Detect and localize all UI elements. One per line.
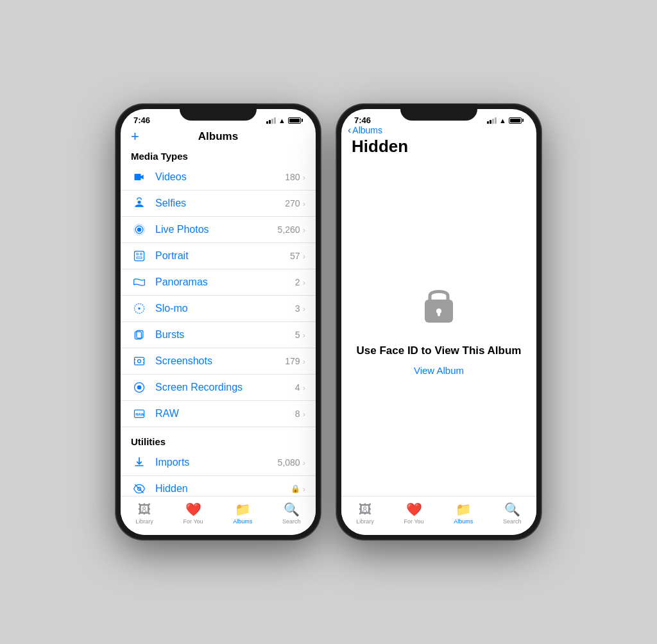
status-icons-left: ▲ xyxy=(266,117,303,124)
notch xyxy=(180,104,257,121)
svg-point-0 xyxy=(138,201,141,204)
item-label: Screenshots xyxy=(155,355,285,367)
list-item[interactable]: Panoramas 2 › xyxy=(121,269,316,296)
portrait-icon xyxy=(131,250,148,262)
item-count: 4 xyxy=(295,382,300,393)
item-label: Portrait xyxy=(155,250,290,262)
chevron-icon: › xyxy=(303,330,305,340)
list-item[interactable]: Imports 5,080 › xyxy=(121,450,316,476)
nav-bar-left: + Albums xyxy=(121,128,316,147)
list-item[interactable]: Hidden 🔒 › xyxy=(121,476,316,496)
tab-search[interactable]: 🔍 Search xyxy=(503,502,522,525)
svg-point-12 xyxy=(137,386,142,390)
svg-point-1 xyxy=(137,228,142,232)
selfie-icon xyxy=(131,197,148,210)
hidden-icon xyxy=(131,482,148,495)
tab-label: Search xyxy=(503,518,522,525)
foryou-tab-icon: ❤️ xyxy=(185,502,201,517)
list-item[interactable]: Selfies 270 › xyxy=(121,191,316,217)
tab-label: Library xyxy=(135,518,153,525)
item-label: Hidden xyxy=(155,483,291,495)
notch xyxy=(400,104,477,121)
chevron-icon: › xyxy=(303,251,305,261)
item-label: Live Photos xyxy=(155,224,278,235)
list-item[interactable]: Slo-mo 3 › xyxy=(121,296,316,322)
live-photos-icon xyxy=(131,223,148,236)
item-label: Videos xyxy=(155,171,285,183)
tab-label: Search xyxy=(282,518,301,525)
chevron-icon: › xyxy=(303,199,305,208)
item-right: 🔒 › xyxy=(291,484,305,494)
library-tab-icon: 🖼 xyxy=(359,502,371,517)
svg-text:RAW: RAW xyxy=(135,412,144,416)
hidden-album-content: Use Face ID to View This Album View Albu… xyxy=(341,162,536,496)
raw-icon: RAW xyxy=(131,407,148,420)
list-item[interactable]: Screen Recordings 4 › xyxy=(121,375,316,401)
item-count: 57 xyxy=(290,251,300,261)
chevron-icon: › xyxy=(303,357,305,366)
item-right: 5,080 › xyxy=(278,457,305,468)
tab-label: For You xyxy=(183,518,203,525)
list-item[interactable]: Screenshots 179 › xyxy=(121,348,316,375)
item-label: Panoramas xyxy=(155,276,295,288)
list-item[interactable]: Live Photos 5,260 › xyxy=(121,217,316,243)
chevron-icon: › xyxy=(303,173,305,182)
svg-rect-4 xyxy=(135,251,144,261)
imports-icon xyxy=(131,456,148,469)
item-count: 3 xyxy=(295,303,300,314)
signal-icon xyxy=(487,117,497,124)
right-iphone: 7:46 ▲ ‹ Albums Hidden xyxy=(336,104,542,540)
item-count: 2 xyxy=(295,277,300,287)
lock-icon: 🔒 xyxy=(291,484,300,493)
chevron-icon: › xyxy=(303,278,305,287)
tab-for-you[interactable]: ❤️ For You xyxy=(183,502,203,525)
large-lock-icon xyxy=(420,282,458,334)
item-count: 5,080 xyxy=(278,457,300,468)
utilities-header: Utilities xyxy=(121,432,316,450)
item-label: Slo-mo xyxy=(155,303,295,314)
item-count: 270 xyxy=(285,198,300,208)
media-types-header: Media Types xyxy=(121,147,316,164)
tab-albums[interactable]: 📁 Albums xyxy=(233,502,252,525)
albums-tab-icon: 📁 xyxy=(235,502,251,517)
screenshots-icon xyxy=(131,355,148,368)
item-count: 180 xyxy=(285,172,300,182)
tab-library[interactable]: 🖼 Library xyxy=(135,502,153,525)
list-item[interactable]: Videos 180 › xyxy=(121,164,316,191)
albums-tab-icon: 📁 xyxy=(456,502,472,517)
add-button[interactable]: + xyxy=(131,128,139,145)
page-title: Hidden xyxy=(341,134,536,162)
panorama-icon xyxy=(131,276,148,289)
item-right: 57 › xyxy=(290,251,305,261)
list-item[interactable]: Bursts 5 › xyxy=(121,322,316,348)
item-right: 2 › xyxy=(295,277,305,287)
status-icons-right: ▲ xyxy=(487,117,524,124)
slomo-icon xyxy=(131,302,148,315)
item-label: Screen Recordings xyxy=(155,382,295,393)
time-right: 7:46 xyxy=(354,115,371,125)
nav-title-left: Albums xyxy=(198,130,238,143)
view-album-button[interactable]: View Album xyxy=(414,365,464,376)
tab-search[interactable]: 🔍 Search xyxy=(282,502,301,525)
item-right: 179 › xyxy=(285,356,305,366)
battery-icon xyxy=(509,117,524,124)
item-label: Bursts xyxy=(155,329,295,341)
tab-for-you[interactable]: ❤️ For You xyxy=(404,502,424,525)
foryou-tab-icon: ❤️ xyxy=(406,502,422,517)
item-count: 5,260 xyxy=(278,225,300,235)
tab-label: Library xyxy=(356,518,374,525)
time-left: 7:46 xyxy=(133,115,150,125)
tab-library[interactable]: 🖼 Library xyxy=(356,502,374,525)
item-right: 4 › xyxy=(295,382,305,393)
list-item[interactable]: Portrait 57 › xyxy=(121,243,316,269)
left-iphone: 7:46 ▲ + Albums Media Types xyxy=(115,104,321,540)
list-item[interactable]: RAW RAW 8 › xyxy=(121,401,316,427)
svg-rect-22 xyxy=(438,311,440,316)
item-count: 8 xyxy=(295,409,300,419)
item-count: 179 xyxy=(285,356,300,366)
chevron-icon: › xyxy=(303,383,305,393)
tab-albums[interactable]: 📁 Albums xyxy=(454,502,473,525)
tab-bar-left: 🖼 Library ❤️ For You 📁 Albums 🔍 Search xyxy=(121,496,316,535)
nav-bar-right: ‹ Albums xyxy=(341,128,536,134)
item-label: Imports xyxy=(155,457,278,468)
